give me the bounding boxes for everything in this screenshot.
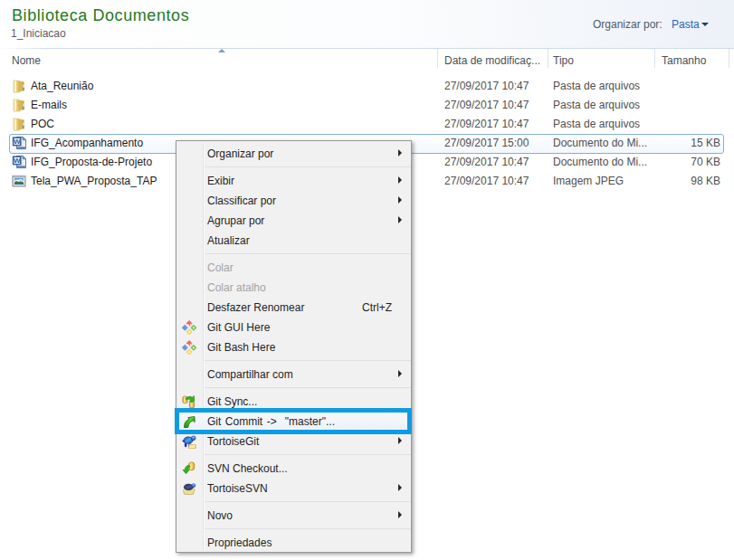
svg-text:W: W <box>14 138 21 146</box>
svg-text:W: W <box>14 157 21 165</box>
